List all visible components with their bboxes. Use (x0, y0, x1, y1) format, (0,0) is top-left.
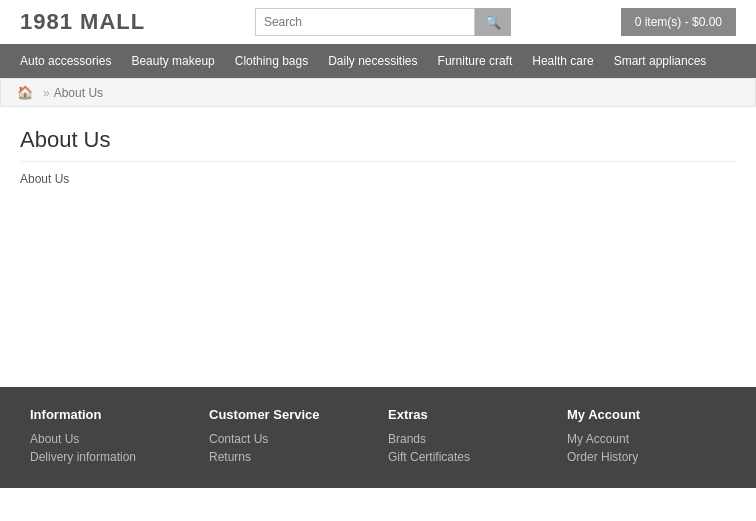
nav-item-clothing-bags[interactable]: Clothing bags (225, 44, 318, 78)
nav-item-health-care[interactable]: Health care (522, 44, 603, 78)
footer-col-extras-heading: Extras (388, 407, 547, 422)
cart-button[interactable]: 0 item(s) - $0.00 (621, 8, 736, 36)
search-button[interactable]: 🔍 (475, 8, 511, 36)
footer-col-extras: Extras Brands Gift Certificates (378, 407, 557, 468)
page-subtitle: About Us (20, 172, 736, 186)
header: 1981 MALL 🔍 0 item(s) - $0.00 (0, 0, 756, 44)
nav-item-auto-accessories[interactable]: Auto accessories (10, 44, 121, 78)
footer-link-brands[interactable]: Brands (388, 432, 547, 446)
footer-link-order-history[interactable]: Order History (567, 450, 726, 464)
nav-item-daily-necessities[interactable]: Daily necessities (318, 44, 427, 78)
footer-link-about-us[interactable]: About Us (30, 432, 189, 446)
footer-col-my-account: My Account My Account Order History (557, 407, 736, 468)
breadcrumb-separator: » (43, 86, 50, 100)
breadcrumb: 🏠 » About Us (0, 78, 756, 107)
search-bar: 🔍 (255, 8, 511, 36)
search-input[interactable] (255, 8, 475, 36)
page-title: About Us (20, 127, 736, 162)
nav-item-furniture-craft[interactable]: Furniture craft (428, 44, 523, 78)
home-icon[interactable]: 🏠 (17, 85, 33, 100)
footer-link-returns[interactable]: Returns (209, 450, 368, 464)
footer-col-information-heading: Information (30, 407, 189, 422)
footer: Information About Us Delivery informatio… (0, 387, 756, 488)
footer-link-gift-certificates[interactable]: Gift Certificates (388, 450, 547, 464)
footer-col-information: Information About Us Delivery informatio… (20, 407, 199, 468)
breadcrumb-current[interactable]: About Us (54, 86, 103, 100)
footer-col-customer-service-heading: Customer Service (209, 407, 368, 422)
footer-link-my-account[interactable]: My Account (567, 432, 726, 446)
main-nav: Auto accessories Beauty makeup Clothing … (0, 44, 756, 78)
footer-link-contact-us[interactable]: Contact Us (209, 432, 368, 446)
footer-link-delivery[interactable]: Delivery information (30, 450, 189, 464)
footer-col-customer-service: Customer Service Contact Us Returns (199, 407, 378, 468)
nav-item-beauty-makeup[interactable]: Beauty makeup (121, 44, 224, 78)
logo: 1981 MALL (20, 9, 145, 35)
footer-col-my-account-heading: My Account (567, 407, 726, 422)
nav-item-smart-appliances[interactable]: Smart appliances (604, 44, 717, 78)
main-content: About Us About Us (0, 107, 756, 387)
